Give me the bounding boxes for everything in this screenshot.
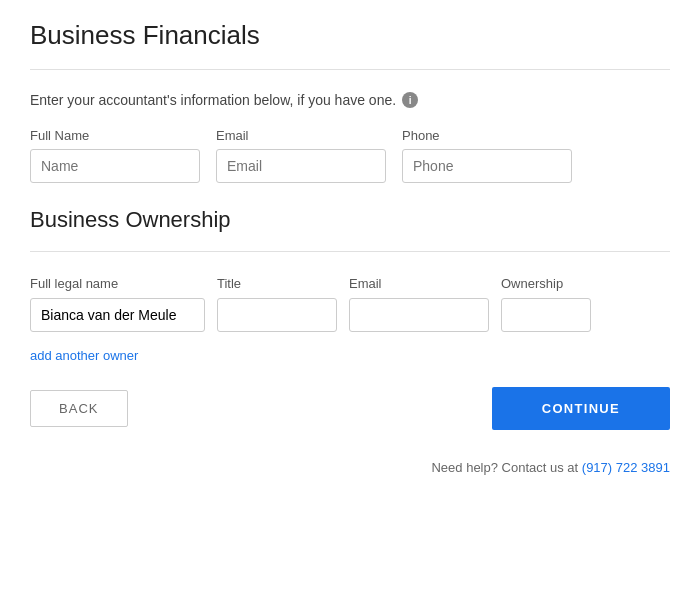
email-input[interactable] xyxy=(216,149,386,183)
ownership-email-label: Email xyxy=(349,276,382,291)
ownership-name-label: Full legal name xyxy=(30,276,118,291)
title-divider xyxy=(30,69,670,70)
ownership-title-input[interactable] xyxy=(217,298,337,332)
accountant-description: Enter your accountant's information belo… xyxy=(30,92,670,108)
ownership-labels-row: Full legal name Title Email Ownership xyxy=(30,274,670,292)
ownership-form-row xyxy=(30,298,670,332)
ownership-title-label: Title xyxy=(217,276,241,291)
ownership-pct-input[interactable] xyxy=(501,298,591,332)
phone-input[interactable] xyxy=(402,149,572,183)
button-row: BACK CONTINUE xyxy=(30,387,670,430)
ownership-name-input[interactable] xyxy=(30,298,205,332)
phone-group: Phone xyxy=(402,128,572,183)
phone-label: Phone xyxy=(402,128,572,143)
continue-button[interactable]: CONTINUE xyxy=(492,387,670,430)
help-text-label: Need help? Contact us at xyxy=(431,460,578,475)
ownership-divider xyxy=(30,251,670,252)
email-group: Email xyxy=(216,128,386,183)
full-name-label: Full Name xyxy=(30,128,200,143)
accountant-form-row: Full Name Email Phone xyxy=(30,128,670,183)
full-name-input[interactable] xyxy=(30,149,200,183)
back-button[interactable]: BACK xyxy=(30,390,128,427)
ownership-section-title: Business Ownership xyxy=(30,207,670,233)
ownership-ownership-label: Ownership xyxy=(501,276,563,291)
email-label: Email xyxy=(216,128,386,143)
add-owner-link[interactable]: add another owner xyxy=(30,348,138,363)
page-title: Business Financials xyxy=(30,20,670,51)
help-phone-link[interactable]: (917) 722 3891 xyxy=(582,460,670,475)
info-icon[interactable]: i xyxy=(402,92,418,108)
help-section: Need help? Contact us at (917) 722 3891 xyxy=(30,460,670,475)
ownership-email-input[interactable] xyxy=(349,298,489,332)
full-name-group: Full Name xyxy=(30,128,200,183)
